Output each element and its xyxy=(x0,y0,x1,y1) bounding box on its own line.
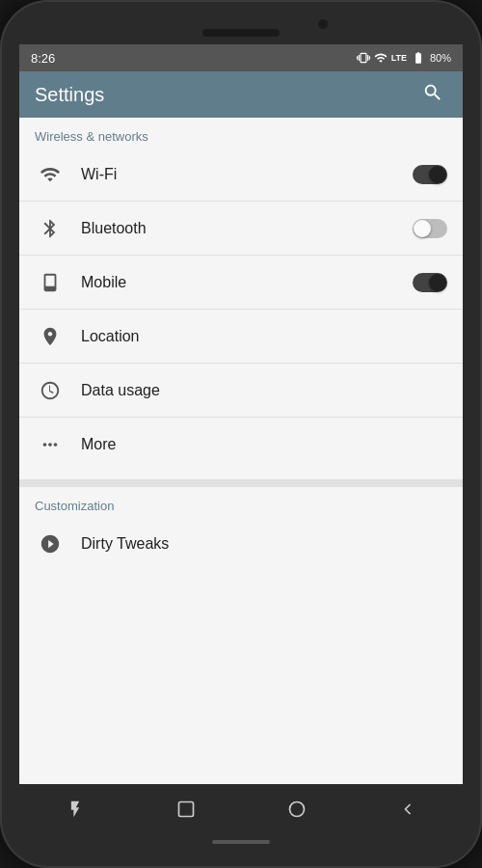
svg-point-1 xyxy=(289,802,304,817)
data-usage-label: Data usage xyxy=(81,382,447,399)
location-label: Location xyxy=(81,328,447,345)
mobile-item[interactable]: Mobile xyxy=(19,256,463,310)
customization-group: Customization Dirty Tweaks xyxy=(19,487,463,571)
wireless-networks-header: Wireless & networks xyxy=(19,118,463,148)
dirty-tweaks-label: Dirty Tweaks xyxy=(81,535,447,553)
wifi-label: Wi-Fi xyxy=(81,166,413,183)
search-button[interactable] xyxy=(418,78,447,112)
more-item[interactable]: More xyxy=(19,418,463,472)
battery-percent: 80% xyxy=(430,52,451,64)
status-icons: LTE 80% xyxy=(357,51,451,65)
bluetooth-item[interactable]: Bluetooth xyxy=(19,202,463,256)
screen: 8:26 LTE 80% Settings xyxy=(19,44,463,784)
bottom-bar xyxy=(212,840,270,844)
wifi-toggle-thumb xyxy=(429,166,446,183)
home-button[interactable] xyxy=(272,796,322,823)
mobile-signal-icon xyxy=(35,272,66,293)
location-icon xyxy=(35,326,66,347)
top-speaker xyxy=(202,29,280,37)
bluetooth-icon xyxy=(35,218,66,239)
app-bar: Settings xyxy=(19,71,463,118)
bluetooth-toggle-thumb xyxy=(414,220,431,237)
app-bar-title: Settings xyxy=(35,84,104,106)
vibrate-icon xyxy=(357,51,370,65)
wireless-networks-group: Wireless & networks Wi-Fi Bl xyxy=(19,118,463,472)
back-button[interactable] xyxy=(383,796,433,823)
lte-icon: LTE xyxy=(391,53,407,63)
wifi-item[interactable]: Wi-Fi xyxy=(19,148,463,202)
signal-icon xyxy=(374,51,388,65)
battery-icon xyxy=(411,51,426,65)
mobile-label: Mobile xyxy=(81,274,413,291)
dirty-tweaks-item[interactable]: Dirty Tweaks xyxy=(19,517,463,571)
more-label: More xyxy=(81,436,447,453)
wifi-toggle[interactable] xyxy=(413,165,447,184)
status-time: 8:26 xyxy=(31,51,55,66)
status-bar: 8:26 LTE 80% xyxy=(19,44,463,71)
wifi-icon xyxy=(35,164,66,185)
section-divider xyxy=(19,479,463,487)
camera-dot xyxy=(318,19,328,29)
phone-shell: 8:26 LTE 80% Settings xyxy=(0,0,482,868)
mobile-toggle[interactable] xyxy=(413,273,447,292)
recents-button[interactable] xyxy=(161,796,211,823)
bluetooth-label: Bluetooth xyxy=(81,220,413,237)
location-item[interactable]: Location xyxy=(19,310,463,364)
data-usage-item[interactable]: Data usage xyxy=(19,364,463,418)
more-icon xyxy=(35,434,66,455)
customization-header: Customization xyxy=(19,487,463,517)
svg-rect-0 xyxy=(178,802,193,817)
data-usage-icon xyxy=(35,380,66,401)
settings-content: Wireless & networks Wi-Fi Bl xyxy=(19,118,463,784)
bluetooth-toggle[interactable] xyxy=(413,219,447,238)
flashlight-button[interactable] xyxy=(50,796,100,823)
bottom-nav xyxy=(19,784,463,834)
mobile-toggle-thumb xyxy=(429,274,446,291)
dirty-tweaks-icon xyxy=(35,533,66,555)
